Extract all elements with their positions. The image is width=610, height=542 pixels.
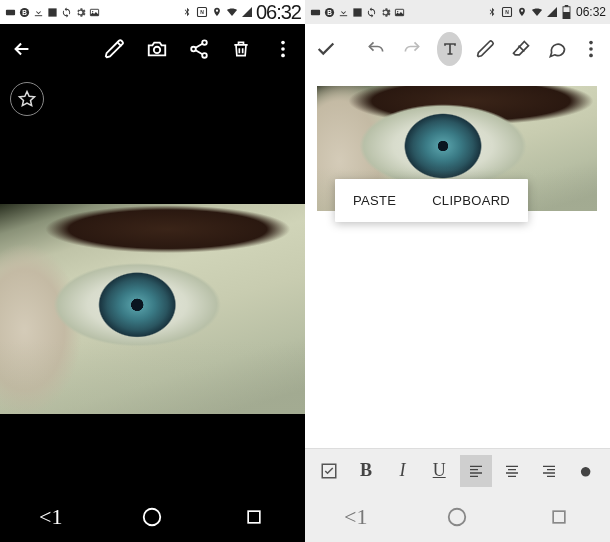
underline-button[interactable]: U	[423, 455, 455, 487]
clipboard-button[interactable]: CLIPBOARD	[414, 179, 528, 222]
notif-icon	[4, 6, 16, 18]
nav-back-button[interactable]: <1	[33, 499, 69, 535]
svg-point-16	[144, 509, 161, 526]
svg-text:N: N	[505, 9, 509, 15]
svg-point-34	[449, 509, 466, 526]
bitcoin-icon: B	[323, 6, 335, 18]
more-icon[interactable]	[271, 37, 295, 61]
download-icon	[337, 6, 349, 18]
pen-tool-button[interactable]	[476, 37, 496, 61]
back-button[interactable]	[10, 37, 34, 61]
signal-icon	[241, 6, 253, 18]
svg-point-12	[202, 53, 207, 58]
text-tool-button[interactable]	[437, 32, 462, 66]
wifi-icon	[531, 6, 543, 18]
favorite-button[interactable]	[10, 82, 44, 116]
navigation-bar: <1	[0, 492, 305, 542]
note-editor-screen: B N 06:32	[305, 0, 610, 542]
svg-rect-18	[310, 9, 319, 15]
gear-icon	[74, 6, 86, 18]
redo-button[interactable]	[401, 37, 423, 61]
nav-home-button[interactable]	[134, 499, 170, 535]
location-icon	[211, 6, 223, 18]
format-toolbar: B I U ●	[305, 448, 610, 492]
svg-point-30	[589, 41, 593, 45]
bold-button[interactable]: B	[350, 455, 382, 487]
svg-point-9	[154, 47, 160, 53]
status-bar: B N 06:32	[0, 0, 305, 24]
sync-icon	[60, 6, 72, 18]
svg-point-6	[91, 10, 92, 11]
notif-icon-2	[46, 6, 58, 18]
bluetooth-icon	[181, 6, 193, 18]
photo-content	[0, 204, 305, 414]
color-button[interactable]: ●	[570, 455, 602, 487]
more-button[interactable]	[582, 37, 600, 61]
download-icon	[32, 6, 44, 18]
nav-back-button[interactable]: <1	[338, 499, 374, 535]
context-menu: PASTE CLIPBOARD	[335, 179, 528, 222]
svg-point-15	[281, 54, 285, 58]
paste-button[interactable]: PASTE	[335, 179, 414, 222]
status-clock: 06:32	[576, 5, 606, 19]
svg-rect-22	[353, 8, 361, 16]
checkbox-button[interactable]	[313, 455, 345, 487]
image-viewport[interactable]	[0, 116, 305, 492]
camera-icon[interactable]	[145, 37, 169, 61]
svg-rect-35	[553, 511, 565, 523]
status-bar: B N 06:32	[305, 0, 610, 24]
svg-rect-0	[5, 9, 14, 15]
comment-button[interactable]	[546, 37, 568, 61]
bluetooth-icon	[486, 6, 498, 18]
svg-rect-29	[563, 12, 570, 19]
battery-icon	[561, 6, 573, 18]
nav-recent-button[interactable]	[236, 499, 272, 535]
italic-button[interactable]: I	[387, 455, 419, 487]
svg-point-10	[202, 40, 207, 45]
status-clock: 06:32	[256, 1, 301, 24]
svg-point-13	[281, 41, 285, 45]
editor-canvas[interactable]: PASTE CLIPBOARD	[305, 74, 610, 448]
bitcoin-icon: B	[18, 6, 30, 18]
svg-rect-4	[48, 8, 56, 16]
share-icon[interactable]	[187, 37, 211, 61]
nav-recent-button[interactable]	[541, 499, 577, 535]
nav-home-button[interactable]	[439, 499, 475, 535]
edit-icon[interactable]	[103, 37, 127, 61]
notif-icon	[309, 6, 321, 18]
svg-point-31	[589, 47, 593, 51]
svg-point-14	[281, 47, 285, 51]
svg-rect-3	[34, 15, 41, 16]
nfc-icon: N	[501, 6, 513, 18]
navigation-bar: <1	[305, 492, 610, 542]
sync-icon	[365, 6, 377, 18]
svg-text:N: N	[200, 9, 204, 15]
notif-icon-2	[351, 6, 363, 18]
align-left-button[interactable]	[460, 455, 492, 487]
done-button[interactable]	[315, 37, 337, 61]
svg-rect-17	[248, 511, 260, 523]
nfc-icon: N	[196, 6, 208, 18]
signal-icon	[546, 6, 558, 18]
align-center-button[interactable]	[496, 455, 528, 487]
gallery-viewer-screen: B N 06:32	[0, 0, 305, 542]
svg-point-24	[396, 10, 397, 11]
svg-point-32	[589, 54, 593, 58]
image-icon	[393, 6, 405, 18]
wifi-icon	[226, 6, 238, 18]
image-viewer-toolbar	[0, 24, 305, 74]
svg-text:B: B	[327, 8, 332, 15]
image-icon	[88, 6, 100, 18]
location-icon	[516, 6, 528, 18]
align-right-button[interactable]	[533, 455, 565, 487]
undo-button[interactable]	[365, 37, 387, 61]
svg-point-11	[191, 47, 196, 52]
svg-rect-21	[339, 15, 346, 16]
editor-toolbar	[305, 24, 610, 74]
delete-icon[interactable]	[229, 37, 253, 61]
eraser-tool-button[interactable]	[510, 37, 532, 61]
svg-text:B: B	[22, 8, 27, 15]
gear-icon	[379, 6, 391, 18]
